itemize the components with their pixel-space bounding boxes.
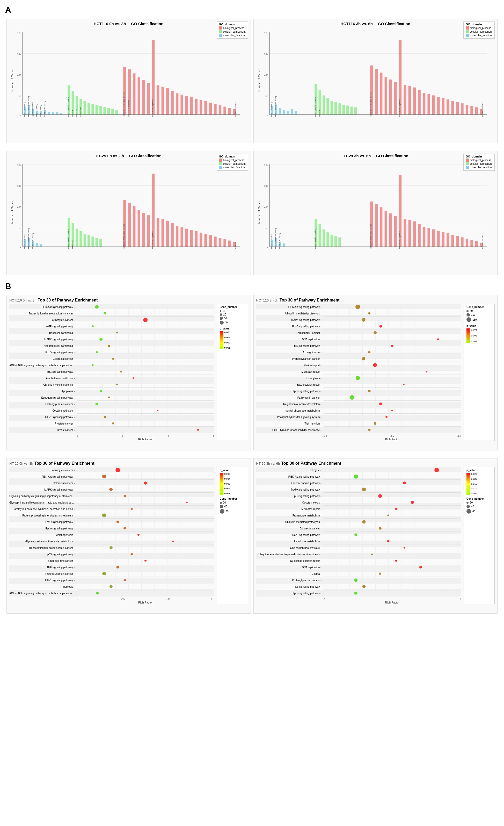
svg-text:600: 600 xyxy=(264,53,268,55)
dot-track xyxy=(77,493,214,499)
dot-track xyxy=(324,349,461,355)
dot-circle xyxy=(104,416,106,418)
svg-text:receptor binding: receptor binding xyxy=(36,104,38,117)
go-legend-title-4: GO_domain xyxy=(466,155,492,158)
svg-text:nucleic acid binding: nucleic acid binding xyxy=(278,233,280,249)
dot-plot-row: HIF-1 signaling pathway - xyxy=(9,414,214,420)
svg-text:biological behavior: biological behavior xyxy=(234,102,236,117)
svg-rect-230 xyxy=(432,230,435,247)
pathway-label: Protein processing in endoplasmic reticu… xyxy=(9,514,77,517)
pathway-dot-plot-1: PI3K-Akt signaling pathway -Transcriptio… xyxy=(9,304,214,441)
legend-mol-func-3: molecular_function xyxy=(219,166,246,169)
dot-circle xyxy=(130,508,133,510)
pathway-label: Signaling pathways regulating pluripoten… xyxy=(9,495,77,497)
svg-rect-219 xyxy=(380,208,382,247)
bio-process-color-3 xyxy=(219,159,222,162)
pathway-label: Pathways in cancer - xyxy=(9,318,77,321)
dot-plot-row: DNA replication - xyxy=(256,336,461,342)
svg-text:supramolecular complex: supramolecular complex xyxy=(314,229,316,249)
dot-plot-row: Basal cell carcinoma - xyxy=(9,330,214,336)
svg-text:biological behavior: biological behavior xyxy=(481,234,483,249)
dot-track xyxy=(77,304,214,310)
go-svg-4: Number of Genes 800 600 400 200 0 xyxy=(256,159,495,265)
svg-text:organelle: organelle xyxy=(318,110,320,117)
go-chart-sample-label-2: HCT116 3h vs. 6h xyxy=(341,21,373,26)
dot-circle xyxy=(117,520,119,523)
svg-text:transcription factor activity: transcription factor activity xyxy=(274,228,276,249)
dot-track xyxy=(324,368,461,375)
dot-circle xyxy=(112,422,114,424)
svg-rect-49 xyxy=(195,99,197,115)
dot-plot-row: Small cell lung cancer - xyxy=(9,558,214,564)
svg-text:400: 400 xyxy=(17,74,21,76)
pathway-header-4: HT-29 3h vs. 6h Top 30 of Pathway Enrich… xyxy=(256,461,495,466)
svg-rect-175 xyxy=(190,230,193,247)
dot-track xyxy=(324,571,461,577)
dot-plot-row: Glycosphingolipid biosynthesis - lacto a… xyxy=(9,499,214,506)
svg-rect-123 xyxy=(465,105,468,115)
pathway-label: Autophagy - animal - xyxy=(256,332,324,334)
pathway-label: Ubiquitin mediated proteolysis - xyxy=(256,521,324,524)
dot-track xyxy=(77,506,214,512)
svg-rect-226 xyxy=(413,222,416,247)
legend-cell-comp-1: cellular_component xyxy=(219,30,246,33)
pathway-label: Oocyte meiosis - xyxy=(256,501,324,504)
svg-rect-98 xyxy=(338,103,341,115)
dot-track xyxy=(324,330,461,336)
dot-plot-row: Nucleotide excision repair - xyxy=(256,558,461,564)
svg-rect-47 xyxy=(185,96,188,115)
svg-rect-222 xyxy=(394,216,396,247)
pathway-label: PI3K-Akt signaling pathway - xyxy=(9,306,77,308)
dot-plot-row: Hippo signaling pathway - xyxy=(256,590,461,596)
svg-rect-183 xyxy=(228,241,231,247)
svg-rect-30 xyxy=(103,107,106,115)
svg-rect-25 xyxy=(84,101,86,115)
dot-circle xyxy=(144,481,147,484)
pathway-label: TNF signaling pathway - xyxy=(9,566,77,569)
svg-rect-162 xyxy=(128,203,131,247)
dot-circle xyxy=(387,540,389,542)
pathway-chart-title-3: Top 30 of Pathway Enrichment xyxy=(35,461,94,466)
dot-circle xyxy=(354,474,358,478)
dot-circle xyxy=(96,403,99,405)
pathway-label: Pathways in cancer - xyxy=(256,396,324,399)
dot-circle xyxy=(96,592,99,595)
svg-text:400: 400 xyxy=(17,206,21,209)
svg-rect-172 xyxy=(176,226,178,247)
dot-track xyxy=(324,362,461,368)
pathway-label: MAPK signaling pathway - xyxy=(256,318,324,321)
pathway-label: Apoptosis - xyxy=(9,585,77,588)
mol-func-color-3 xyxy=(219,166,222,169)
dot-circle xyxy=(116,384,118,386)
svg-rect-33 xyxy=(116,110,118,115)
svg-text:0: 0 xyxy=(20,113,21,116)
dot-plot-row: Prostate cancer - xyxy=(9,420,214,427)
dot-plot-row: Proteoglycans in cancer - xyxy=(9,571,214,577)
cell-comp-color-1 xyxy=(219,30,222,33)
pathway-label: HIF-1 signaling pathway - xyxy=(9,579,77,582)
dot-circle xyxy=(172,541,174,542)
svg-rect-91 xyxy=(295,111,297,115)
dot-plot-row: Rap1 signaling pathway - xyxy=(256,532,461,538)
dot-track xyxy=(77,480,214,486)
dot-plot-row: Colorectal cancer - xyxy=(256,525,461,531)
svg-text:supramolecular complex: supramolecular complex xyxy=(67,97,69,117)
dot-plot-row: Melanogenesis - xyxy=(9,532,214,538)
dot-plot-row: Breast cancer - xyxy=(9,427,214,433)
pathway-sample-label-3: HT-29 0h vs. 3h xyxy=(9,462,33,465)
svg-rect-114 xyxy=(423,93,425,115)
dot-circle xyxy=(103,572,106,576)
svg-text:response to stimulus: response to stimulus xyxy=(128,100,130,117)
svg-rect-215 xyxy=(334,236,337,247)
legend-mol-func-1: molecular_function xyxy=(219,34,246,37)
svg-rect-54 xyxy=(219,105,221,115)
dot-track xyxy=(77,499,214,506)
dot-track xyxy=(77,486,214,493)
pathway-label: Basal cell carcinoma - xyxy=(9,332,77,334)
dot-plot-row: Cell cycle - xyxy=(256,467,461,473)
dot-circle xyxy=(437,338,439,340)
dot-track xyxy=(324,480,461,486)
svg-rect-43 xyxy=(166,88,169,115)
dot-plot-row: Hepatocellular carcinoma - xyxy=(9,343,214,349)
dot-plot-row: Base excision repair - xyxy=(256,381,461,388)
